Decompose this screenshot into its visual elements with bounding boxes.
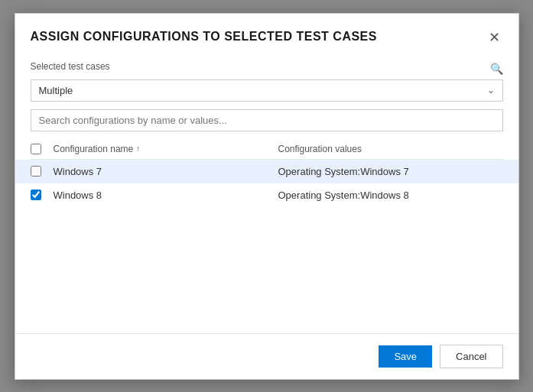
chevron-down-icon: ⌄ xyxy=(487,85,495,96)
dialog-footer: Save Cancel xyxy=(15,333,518,379)
selected-label: Selected test cases xyxy=(31,61,110,72)
header-checkbox-cell xyxy=(31,144,54,154)
dropdown-selected[interactable]: Multiple ⌄ xyxy=(31,79,503,102)
save-button[interactable]: Save xyxy=(379,345,432,368)
column-header-name: Configuration name ↑ xyxy=(54,144,278,154)
dialog-body: Selected test cases 🔍 Multiple ⌄ Configu… xyxy=(15,53,518,333)
dialog-title: ASSIGN CONFIGURATIONS TO SELECTED TEST C… xyxy=(31,29,486,45)
row-2-value: Operating System:Windows 8 xyxy=(278,190,503,201)
row-2-name: Windows 8 xyxy=(54,190,278,201)
row-1-name: Windows 7 xyxy=(54,166,278,177)
selected-label-row: Selected test cases 🔍 xyxy=(31,61,503,76)
configurations-table: Configuration name ↑ Configuration value… xyxy=(31,139,503,318)
column-header-value: Configuration values xyxy=(278,144,503,154)
table-row: Windows 7 Operating System:Windows 7 xyxy=(15,160,518,183)
close-button[interactable]: ✕ xyxy=(486,29,503,46)
search-icon-top[interactable]: 🔍 xyxy=(490,63,503,75)
row-1-value: Operating System:Windows 7 xyxy=(278,166,503,177)
row-1-checkbox[interactable] xyxy=(31,166,41,177)
cancel-button[interactable]: Cancel xyxy=(440,345,502,368)
dialog-header: ASSIGN CONFIGURATIONS TO SELECTED TEST C… xyxy=(15,14,518,53)
row-2-checkbox[interactable] xyxy=(31,190,41,200)
search-input[interactable] xyxy=(31,109,503,131)
table-row: Windows 8 Operating System:Windows 8 xyxy=(31,183,503,207)
row-checkbox-cell xyxy=(31,166,54,177)
assign-configurations-dialog: ASSIGN CONFIGURATIONS TO SELECTED TEST C… xyxy=(15,13,519,380)
sort-icon[interactable]: ↑ xyxy=(136,144,140,153)
dropdown-value: Multiple xyxy=(39,85,73,96)
select-all-checkbox[interactable] xyxy=(31,144,41,154)
row-checkbox-cell xyxy=(31,190,54,200)
table-header: Configuration name ↑ Configuration value… xyxy=(31,139,503,160)
